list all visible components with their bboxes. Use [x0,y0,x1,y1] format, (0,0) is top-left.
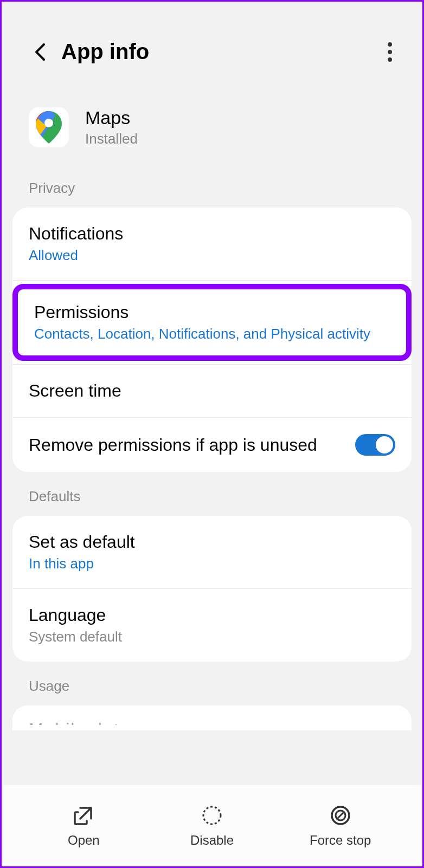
screen-time-row[interactable]: Screen time [12,365,412,418]
svg-line-8 [337,812,344,819]
notifications-title: Notifications [29,224,395,244]
disable-button[interactable]: Disable [148,804,277,848]
notifications-row[interactable]: Notifications Allowed [12,208,412,281]
force-stop-button[interactable]: Force stop [276,804,404,848]
open-label: Open [68,833,100,848]
permissions-sub: Contacts, Location, Notifications, and P… [34,326,390,342]
remove-unused-toggle[interactable] [355,434,395,456]
disable-icon [201,805,223,826]
page-title: App info [61,40,379,64]
disable-label: Disable [190,833,234,848]
svg-point-1 [388,50,392,54]
app-icon [29,107,69,147]
permissions-title: Permissions [34,302,390,322]
svg-point-0 [388,42,392,47]
privacy-card: Notifications Allowed Permissions Contac… [12,208,412,472]
defaults-card: Set as default In this app Language Syst… [12,516,412,662]
app-name: Maps [85,107,138,128]
language-sub: System default [29,629,395,645]
remove-unused-row[interactable]: Remove permissions if app is unused [12,418,412,472]
section-header-privacy: Privacy [2,164,422,208]
set-default-row[interactable]: Set as default In this app [12,516,412,589]
set-default-sub: In this app [29,555,395,572]
force-stop-label: Force stop [310,833,371,848]
set-default-title: Set as default [29,532,395,552]
app-header: Maps Installed [2,86,422,164]
language-title: Language [29,605,395,625]
app-status: Installed [85,131,138,147]
language-row[interactable]: Language System default [12,589,412,662]
usage-card: Mobile data [12,705,412,730]
section-header-defaults: Defaults [2,472,422,516]
notifications-sub: Allowed [29,247,395,264]
mobile-data-title: Mobile data [29,720,130,725]
screen-time-title: Screen time [29,381,395,401]
svg-point-2 [388,57,392,62]
mobile-data-row[interactable]: Mobile data [12,705,412,725]
more-button[interactable] [379,41,401,63]
open-button[interactable]: Open [20,804,148,848]
svg-point-5 [203,807,221,824]
google-maps-icon [36,111,62,144]
more-vertical-icon [387,41,393,63]
svg-point-3 [44,119,53,127]
back-button[interactable] [29,41,50,63]
chevron-left-icon [33,42,46,62]
section-header-usage: Usage [2,662,422,705]
bottom-bar: Open Disable Force stop [3,785,421,866]
force-stop-icon [330,805,351,826]
remove-unused-title: Remove permissions if app is unused [29,435,355,455]
permissions-row[interactable]: Permissions Contacts, Location, Notifica… [12,281,412,365]
open-icon [73,805,94,826]
